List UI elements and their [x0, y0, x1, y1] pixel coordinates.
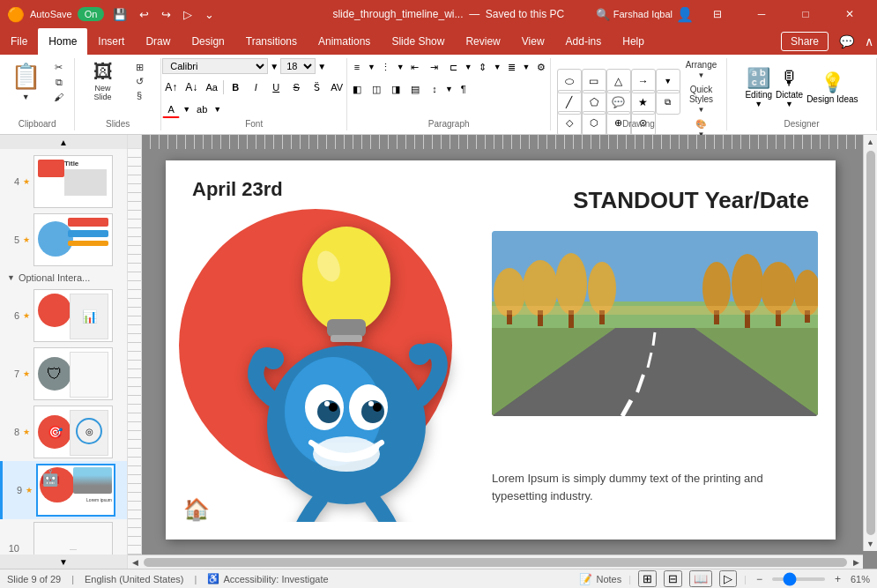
font-name-select[interactable]: Calibri — [162, 58, 268, 74]
copy-button[interactable]: ⧉ — [48, 76, 70, 89]
zoom-in-button[interactable]: + — [832, 573, 844, 585]
zoom-out-button[interactable]: − — [754, 573, 765, 585]
close-button[interactable]: ✕ — [829, 0, 870, 28]
text-highlight-button[interactable]: ab — [193, 100, 211, 118]
autosave-toggle[interactable]: On — [78, 7, 105, 21]
tab-draw[interactable]: Draw — [135, 28, 181, 55]
share-button[interactable]: Share — [781, 32, 829, 51]
scroll-thumb-vertical[interactable] — [866, 151, 875, 535]
clear-format-button[interactable]: Aa — [203, 78, 220, 96]
save-button[interactable]: 💾 — [109, 6, 130, 23]
road-svg — [492, 231, 818, 416]
restore-button[interactable]: ⊟ — [697, 0, 738, 28]
slide-item-10[interactable]: 10 ★ — — [0, 519, 127, 555]
tab-file[interactable]: File — [0, 28, 38, 55]
align-left-button[interactable]: ◧ — [348, 80, 366, 98]
normal-view-button[interactable]: ⊞ — [638, 570, 657, 587]
line-spacing-button[interactable]: ↕ — [426, 80, 443, 98]
font-size-select[interactable]: 18 — [280, 58, 316, 74]
editing-button[interactable]: 🔡 Editing ▼ — [745, 67, 772, 108]
bold-button[interactable]: B — [227, 78, 244, 96]
slide-panel-scroll-down[interactable]: ▼ — [0, 555, 127, 569]
slide-panel-scroll-up[interactable]: ▲ — [0, 135, 127, 149]
slide-sorter-button[interactable]: ⊟ — [664, 570, 682, 587]
slide-show-button[interactable]: ▷ — [719, 570, 737, 587]
slide-home-icon[interactable]: 🏠 — [183, 497, 210, 522]
slide-item-4[interactable]: 4 ★ Title — [0, 153, 127, 211]
minimize-button[interactable]: ─ — [741, 0, 782, 28]
customize-qat[interactable]: ⌄ — [201, 6, 218, 23]
slide-item-8[interactable]: 8 ★ 🎯 ◎ — [0, 403, 127, 461]
tab-insert[interactable]: Insert — [87, 28, 135, 55]
tab-help[interactable]: Help — [612, 28, 655, 55]
tab-animations[interactable]: Animations — [308, 28, 381, 55]
slide-road-image — [492, 231, 818, 416]
decrease-indent-button[interactable]: ⇤ — [406, 58, 424, 76]
svg-rect-1 — [327, 319, 366, 337]
slide-item-6[interactable]: 6 ★ 📊 — [0, 287, 127, 345]
charspacing-button[interactable]: AV — [328, 78, 346, 96]
undo-button[interactable]: ↩ — [136, 6, 152, 23]
numbering-button[interactable]: ⋮ — [377, 58, 395, 76]
format-painter-button[interactable]: 🖌 — [48, 91, 70, 103]
scroll-right-arrow[interactable]: ▶ — [849, 555, 863, 569]
increase-indent-button[interactable]: ⇥ — [426, 58, 443, 76]
slide-layout-button[interactable]: ⊞ — [125, 61, 153, 74]
justify-button[interactable]: ▤ — [406, 80, 424, 98]
zoom-level: 61% — [851, 574, 870, 584]
bullets-button[interactable]: ≡ — [348, 58, 366, 76]
slide-item-5[interactable]: 5 ★ — [0, 211, 127, 269]
user-name: Farshad Iqbal — [613, 9, 673, 19]
quick-styles-button[interactable]: QuickStyles▼ — [682, 83, 721, 115]
text-direction-button[interactable]: ⇕ — [474, 58, 492, 76]
increase-font-button[interactable]: A↑ — [162, 78, 180, 96]
paste-button[interactable]: 📋▼ — [5, 58, 47, 105]
redo-button[interactable]: ↪ — [158, 6, 175, 23]
comments-button[interactable]: 💬 — [832, 28, 861, 55]
accessibility-button[interactable]: ♿ Accessibility: Investigate — [207, 573, 328, 584]
arrange-button[interactable]: ⧉ — [656, 90, 680, 115]
tab-home[interactable]: Home — [38, 28, 87, 55]
ribbon-group-paragraph: ≡ ▼ ⋮ ▼ ⇤ ⇥ ⊏ ▼ ⇕ ▼ ≣ ▼ ⚙ ◧ ◫ ◨ — [347, 58, 551, 130]
scroll-thumb-horizontal[interactable] — [144, 558, 847, 567]
decrease-font-button[interactable]: A↓ — [182, 78, 200, 96]
tab-view[interactable]: View — [511, 28, 555, 55]
tab-slideshow[interactable]: Slide Show — [381, 28, 455, 55]
slide-item-7[interactable]: 7 ★ 🛡 — [0, 345, 127, 403]
dictate-button[interactable]: 🎙 Dictate ▼ — [776, 67, 803, 108]
collapse-ribbon[interactable]: ∧ — [861, 28, 877, 55]
italic-button[interactable]: I — [247, 78, 264, 96]
align-right-button[interactable]: ◨ — [387, 80, 405, 98]
notes-button[interactable]: 📝 Notes — [579, 573, 621, 585]
new-slide-button[interactable]: 🖼New Slide — [82, 58, 123, 104]
shadow-button[interactable]: S̈ — [308, 78, 325, 96]
smartart-button[interactable]: ⚙ — [532, 58, 550, 76]
font-color-button[interactable]: A — [162, 100, 180, 118]
align-center-button[interactable]: ◫ — [368, 80, 385, 98]
tab-design[interactable]: Design — [181, 28, 234, 55]
scroll-down-arrow[interactable]: ▼ — [864, 537, 878, 551]
columns-button[interactable]: ⊏ — [445, 58, 463, 76]
reading-view-button[interactable]: 📖 — [689, 570, 712, 587]
present-button[interactable]: ▷ — [180, 6, 196, 23]
tab-addins[interactable]: Add-ins — [555, 28, 613, 55]
design-ideas-button[interactable]: 💡 Design Ideas — [806, 71, 858, 104]
maximize-button[interactable]: □ — [785, 0, 826, 28]
underline-button[interactable]: U — [267, 78, 285, 96]
section-button[interactable]: § — [125, 89, 153, 101]
scroll-up-arrow[interactable]: ▲ — [864, 135, 878, 149]
scroll-left-arrow[interactable]: ◀ — [128, 555, 142, 569]
reset-slide-button[interactable]: ↺ — [125, 75, 153, 88]
paragraph-spacing-button[interactable]: ¶ — [455, 80, 472, 98]
slide-panel-scroll[interactable]: 4 ★ Title 5 ★ — [0, 149, 127, 555]
svg-point-12 — [329, 403, 338, 412]
arrange-group-button[interactable]: Arrange▼ — [682, 58, 721, 81]
slide-group-header[interactable]: ▼ Optional Intera... — [0, 269, 127, 287]
zoom-slider[interactable] — [772, 577, 825, 581]
tab-review[interactable]: Review — [455, 28, 510, 55]
align-text-button[interactable]: ≣ — [503, 58, 521, 76]
cut-button[interactable]: ✂ — [48, 61, 70, 74]
tab-transitions[interactable]: Transitions — [235, 28, 308, 55]
strikethrough-button[interactable]: S — [287, 78, 305, 96]
slide-item-9[interactable]: 9 ★ 🤖 Lorem ipsum — [0, 461, 127, 519]
